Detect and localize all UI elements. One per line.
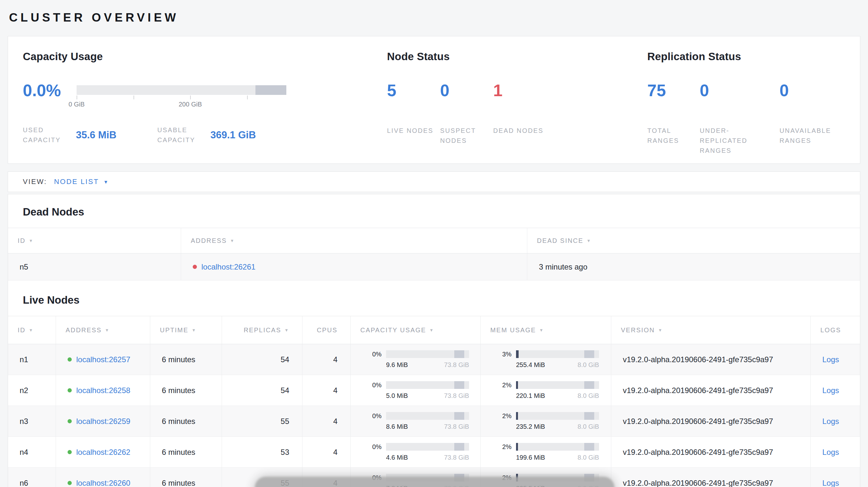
- capacity-mini-bar: [386, 443, 469, 451]
- mem-usage-cell: 3% 255.4 MiB 8.0 GiB: [480, 344, 611, 375]
- mem-used-value: 255.4 MiB: [516, 361, 545, 369]
- mem-used-value: 220.1 MiB: [516, 392, 545, 399]
- mem-total-value: 8.0 GiB: [578, 454, 599, 461]
- cpus-cell: 4: [302, 437, 350, 467]
- mem-percent: 2%: [492, 443, 512, 451]
- logs-link[interactable]: Logs: [822, 417, 839, 426]
- sort-caret-icon: ▼: [539, 328, 544, 333]
- sort-caret-icon: ▼: [430, 328, 434, 333]
- dead-node-row: n5 localhost:26261 3 minutes ago: [8, 254, 860, 281]
- usable-capacity-label: USABLE CAPACITY: [157, 125, 210, 145]
- page-title: CLUSTER OVERVIEW: [9, 11, 860, 25]
- uptime-cell: 6 minutes: [150, 375, 222, 405]
- live-node-row: n3 localhost:26259 6 minutes 55 4 0% 8.6…: [8, 406, 860, 437]
- live-nodes-stat: 5 LIVE NODES: [387, 82, 440, 146]
- column-header-cpus[interactable]: CPUS: [302, 316, 350, 344]
- node-address-link[interactable]: localhost:26257: [76, 355, 130, 364]
- capacity-used-value: 5.0 MiB: [386, 392, 408, 399]
- mem-mini-bar: [516, 381, 599, 389]
- view-bar: VIEW: NODE LIST ▼: [8, 171, 860, 192]
- capacity-usage-cell: 0% 8.6 MiB 73.8 GiB: [350, 406, 480, 436]
- under-replicated-ranges-label: UNDER-REPLICATED RANGES: [700, 126, 754, 156]
- view-label: VIEW:: [23, 177, 47, 186]
- live-nodes-heading: Live Nodes: [8, 281, 860, 316]
- node-address-link[interactable]: localhost:26259: [76, 417, 130, 426]
- node-address-link[interactable]: localhost:26260: [76, 479, 130, 487]
- live-node-row: n2 localhost:26258 6 minutes 54 4 0% 5.0…: [8, 375, 860, 406]
- sort-caret-icon: ▼: [284, 328, 289, 333]
- sort-caret-icon: ▼: [587, 238, 591, 243]
- dead-status-dot-icon: [193, 265, 197, 269]
- sort-caret-icon: ▼: [192, 328, 196, 333]
- used-capacity-value: 35.6 MiB: [76, 129, 117, 141]
- capacity-bar-reserved-segment: [255, 85, 286, 95]
- node-address-cell: localhost:26259: [56, 406, 150, 436]
- capacity-percent: 0%: [362, 382, 381, 389]
- node-address-cell: localhost:26258: [56, 375, 150, 405]
- capacity-bar-track: [76, 85, 286, 95]
- capacity-percent: 0%: [362, 412, 381, 420]
- mem-usage-cell: 2% 199.6 MiB 8.0 GiB: [480, 437, 611, 467]
- capacity-used-value: 9.6 MiB: [386, 361, 408, 369]
- view-selected-value: NODE LIST: [54, 177, 99, 186]
- node-address-link[interactable]: localhost:26262: [76, 448, 130, 457]
- capacity-axis-tick: [76, 96, 77, 99]
- node-address-cell: localhost:26257: [56, 344, 150, 375]
- column-header-logs[interactable]: LOGS: [810, 316, 860, 344]
- capacity-axis-tick: [247, 96, 248, 99]
- node-address-link[interactable]: localhost:26258: [76, 386, 130, 395]
- capacity-axis-label-0: 0 GiB: [68, 101, 85, 108]
- mem-usage-cell: 2% 220.1 MiB 8.0 GiB: [480, 375, 611, 405]
- capacity-mini-bar: [386, 381, 469, 389]
- uptime-cell: 6 minutes: [150, 468, 222, 487]
- live-status-dot-icon: [68, 481, 72, 485]
- capacity-usage-gauge: 0.0% 0 GiB 200 GiB: [23, 82, 387, 118]
- capacity-total-value: 73.8 GiB: [444, 423, 469, 430]
- usable-capacity-value: 369.1 GiB: [210, 129, 256, 141]
- column-header-id[interactable]: ID ▼: [8, 316, 56, 344]
- logs-link[interactable]: Logs: [822, 386, 839, 395]
- column-header-replicas[interactable]: REPLICAS ▼: [222, 316, 302, 344]
- column-header-address[interactable]: ADDRESS ▼: [56, 316, 150, 344]
- summary-card: Capacity Usage 0.0% 0 GiB 200 GiB U: [8, 36, 860, 164]
- capacity-total-value: 73.8 GiB: [444, 454, 469, 461]
- total-ranges-count: 75: [647, 82, 700, 99]
- node-id-cell: n6: [8, 468, 56, 487]
- column-header-id[interactable]: ID ▼: [8, 228, 181, 253]
- mem-total-value: 8.0 GiB: [578, 392, 599, 399]
- column-header-address[interactable]: ADDRESS ▼: [181, 228, 527, 253]
- mem-percent: 3%: [492, 351, 512, 358]
- version-cell: v19.2.0-alpha.20190606-2491-gfe735c9a97: [611, 437, 810, 467]
- column-header-uptime[interactable]: UPTIME ▼: [150, 316, 222, 344]
- mem-mini-bar: [516, 412, 599, 420]
- sort-caret-icon: ▼: [105, 328, 110, 333]
- capacity-usage-section: Capacity Usage 0.0% 0 GiB 200 GiB U: [23, 51, 387, 163]
- capacity-mini-bar: [386, 350, 469, 358]
- view-selector-dropdown[interactable]: NODE LIST ▼: [54, 177, 109, 186]
- capacity-percent: 0%: [362, 443, 381, 451]
- node-address-link[interactable]: localhost:26261: [202, 262, 255, 271]
- column-header-mem-usage[interactable]: MEM USAGE ▼: [480, 316, 611, 344]
- logs-link[interactable]: Logs: [822, 479, 839, 487]
- live-status-dot-icon: [68, 357, 72, 362]
- capacity-usage-heading: Capacity Usage: [23, 51, 387, 63]
- mem-total-value: 8.0 GiB: [578, 361, 599, 369]
- replication-status-section: Replication Status 75 TOTAL RANGES 0 UND…: [647, 51, 860, 163]
- column-header-version[interactable]: VERSION ▼: [611, 316, 810, 344]
- logs-cell: Logs: [810, 406, 860, 436]
- column-header-dead-since[interactable]: DEAD SINCE ▼: [527, 228, 860, 253]
- cpus-cell: 4: [302, 375, 350, 405]
- column-header-capacity-usage[interactable]: CAPACITY USAGE ▼: [350, 316, 480, 344]
- node-id-cell: n2: [8, 375, 56, 405]
- dead-nodes-header-row: ID ▼ ADDRESS ▼ DEAD SINCE ▼: [8, 228, 860, 254]
- mem-mini-bar: [516, 443, 599, 451]
- logs-cell: Logs: [810, 468, 860, 487]
- capacity-usage-cell: 0% 5.0 MiB 73.8 GiB: [350, 375, 480, 405]
- node-status-section: Node Status 5 LIVE NODES 0 SUSPECT NODES…: [387, 51, 647, 163]
- logs-link[interactable]: Logs: [822, 448, 839, 457]
- logs-cell: Logs: [810, 437, 860, 467]
- nodes-card: Dead Nodes ID ▼ ADDRESS ▼ DEAD SINCE ▼ n…: [8, 194, 860, 487]
- dead-nodes-count: 1: [493, 82, 546, 99]
- logs-link[interactable]: Logs: [822, 355, 839, 364]
- capacity-used-value: 8.6 MiB: [386, 423, 408, 430]
